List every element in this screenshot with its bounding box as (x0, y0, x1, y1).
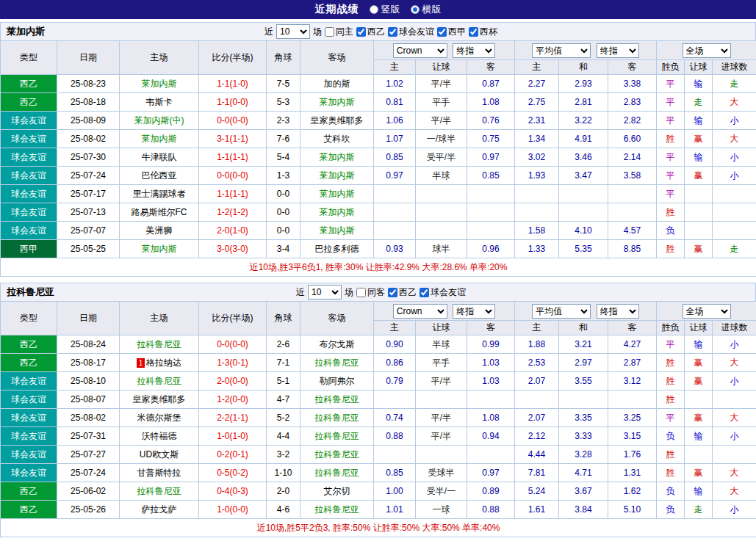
home-team-cell: 1格拉纳达 (120, 354, 199, 372)
league-badge: 球会友谊 (1, 464, 57, 482)
league-checkbox[interactable] (356, 27, 366, 37)
col-odds-home: 主 (374, 60, 416, 75)
league-badge: 西乙 (1, 501, 57, 519)
summary-row: 近10场,胜3平6负1, 胜率:30% 让胜率:42.9% 大率:28.6% 单… (1, 258, 756, 277)
final-odds-select[interactable]: 终指 (453, 43, 495, 58)
avg-away-value: 3.25 (608, 409, 657, 427)
home-team-cell: 里士满踢球者 (120, 185, 199, 203)
avg-away-value: 2.83 (608, 93, 657, 112)
avg-home-value: 2.07 (515, 372, 559, 391)
match-row: 西乙 25-08-17 1格拉纳达 1-3(0-1) 7-1 拉科鲁尼亚 0.8… (1, 354, 756, 372)
league-checkbox[interactable] (388, 27, 397, 37)
league-badge: 球会友谊 (1, 409, 57, 427)
corner-cell: 5-1 (267, 372, 300, 391)
avg-draw-value: 3.28 (559, 446, 608, 464)
average-select[interactable]: 平均值 (532, 304, 591, 319)
home-team-name: 莱加内斯(中) (134, 115, 184, 126)
radio-icon-vertical[interactable] (370, 5, 378, 14)
avg-draw-value (559, 185, 608, 203)
avg-home-value: 4.44 (515, 446, 559, 464)
result-goals-value: 大 (713, 482, 756, 501)
layout-option-vertical[interactable]: 竖版 (370, 3, 400, 16)
home-team-name: 拉科鲁尼亚 (137, 486, 181, 496)
col-corner: 角球 (267, 302, 300, 335)
score-cell: 3-1(1-1) (199, 130, 267, 148)
match-row: 西甲 25-05-25 莱加内斯 3-0(3-0) 3-4 巴拉多利德 0.93… (1, 240, 756, 258)
final-odds-select[interactable]: 终指 (453, 304, 495, 319)
home-team-cell: UD欧文斯 (120, 446, 199, 464)
vertical-label: 竖版 (381, 3, 400, 16)
league-checkbox[interactable] (388, 288, 397, 297)
match-count-select[interactable]: 10 (308, 285, 342, 299)
match-date: 25-06-02 (57, 482, 120, 501)
layout-option-horizontal[interactable]: 横版 (411, 3, 442, 16)
corner-cell: 0-0 (267, 222, 300, 240)
home-team-name: 莱加内斯 (142, 79, 177, 89)
avg-away-value: 3.58 (608, 167, 657, 185)
bookmaker-select[interactable]: Crown (393, 43, 447, 58)
match-date: 25-08-18 (57, 93, 120, 112)
corner-cell: 5-2 (267, 409, 300, 427)
league-filter[interactable]: 球会友谊 (388, 26, 434, 38)
avg-home-value: 2.12 (515, 427, 559, 446)
radio-icon-horizontal[interactable] (411, 5, 420, 14)
final-odds-select-2[interactable]: 终指 (597, 43, 639, 58)
results-body: 西乙 25-08-24 拉科鲁尼亚 0-0(0-0) 2-6 布尔戈斯 0.90… (1, 335, 756, 519)
home-team-cell: 巴伦西亚 (120, 167, 199, 185)
odds-away-value: 0.75 (467, 130, 515, 148)
horizontal-label: 横版 (422, 3, 442, 16)
col-result-goals: 进球数 (713, 321, 756, 335)
result-wdl-value: 平 (657, 409, 685, 427)
home-team-cell: 路易斯维尔FC (120, 203, 199, 222)
col-odds-home: 主 (374, 321, 416, 335)
games-label: 场 (313, 26, 322, 38)
league-badge: 球会友谊 (1, 203, 57, 222)
avg-draw-value (559, 391, 608, 409)
avg-away-value: 2.87 (608, 354, 657, 372)
avg-draw-value: 3.67 (559, 482, 608, 501)
odds-home-value: 0.85 (374, 148, 416, 167)
final-odds-select-2[interactable]: 终指 (597, 304, 639, 319)
fulltime-select[interactable]: 全场 (683, 43, 731, 58)
average-select[interactable]: 平均值 (532, 43, 591, 58)
bookmaker-select[interactable]: Crown (393, 304, 447, 319)
league-checkbox[interactable] (469, 27, 478, 37)
col-result-goals: 进球数 (713, 60, 756, 75)
match-date: 25-07-31 (57, 427, 120, 446)
fulltime-select[interactable]: 全场 (683, 304, 731, 319)
match-date: 25-07-13 (57, 203, 120, 222)
odds-home-value: 1.01 (374, 501, 416, 519)
odds-away-value: 0.76 (467, 112, 515, 130)
match-count-select[interactable]: 10 (276, 24, 310, 39)
league-filter[interactable]: 西乙 (388, 286, 417, 299)
league-badge: 球会友谊 (1, 167, 57, 185)
away-team-cell: 莱加内斯 (300, 203, 374, 222)
home-team-name: 皇家奥维耶多 (133, 394, 186, 404)
result-wdl-value: 胜 (657, 354, 685, 372)
league-filter[interactable]: 西杯 (469, 26, 497, 38)
same-venue-filter[interactable]: 同客 (356, 286, 385, 299)
league-filter[interactable]: 西乙 (356, 26, 385, 38)
summary-row: 近10场,胜5平2负3, 胜率:50% 让胜率:50% 大率:50% 单率:40… (1, 519, 756, 537)
home-team-name: 米德尔斯堡 (137, 413, 181, 423)
result-wdl-value: 负 (657, 482, 685, 501)
same-venue-checkbox[interactable] (325, 27, 334, 37)
same-venue-checkbox[interactable] (356, 288, 366, 297)
home-team-name: 格拉纳达 (146, 357, 181, 368)
league-filter[interactable]: 西甲 (437, 26, 466, 38)
col-away: 客场 (300, 302, 374, 335)
result-wdl-value: 负 (657, 222, 685, 240)
result-wdl-value: 负 (657, 427, 685, 446)
col-type: 类型 (1, 302, 57, 335)
league-checkbox[interactable] (437, 27, 447, 37)
league-filter[interactable]: 球会友谊 (420, 286, 466, 299)
score-cell: 0-0(0-0) (199, 167, 267, 185)
match-date: 25-07-17 (57, 185, 120, 203)
avg-home-value (515, 185, 559, 203)
avg-away-value: 3.15 (608, 427, 657, 446)
same-venue-filter[interactable]: 同主 (325, 26, 353, 38)
odds-home-value: 1.06 (374, 112, 416, 130)
col-score: 比分(半场) (199, 302, 267, 335)
avg-home-value: 1.34 (515, 130, 559, 148)
league-checkbox[interactable] (420, 288, 429, 297)
